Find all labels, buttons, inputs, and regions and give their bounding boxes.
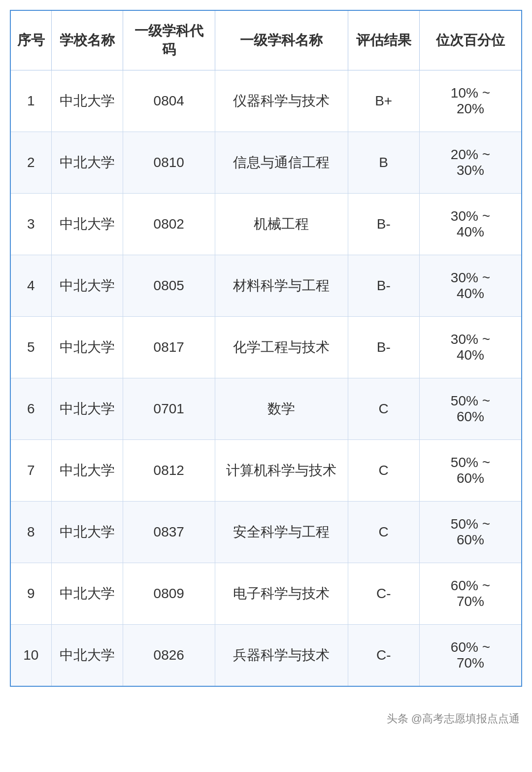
cell-school: 中北大学 (51, 132, 123, 194)
cell-result: C (348, 440, 419, 502)
header-seq: 序号 (10, 10, 51, 70)
cell-school: 中北大学 (51, 255, 123, 317)
cell-seq: 2 (10, 132, 51, 194)
header-subject: 一级学科名称 (215, 10, 348, 70)
cell-school: 中北大学 (51, 502, 123, 563)
cell-seq: 10 (10, 625, 51, 687)
cell-result: C (348, 378, 419, 440)
cell-result: C- (348, 563, 419, 625)
table-row: 9中北大学0809电子科学与技术C-60% ~ 70% (10, 563, 522, 625)
cell-subject: 兵器科学与技术 (215, 625, 348, 687)
cell-school: 中北大学 (51, 70, 123, 132)
cell-code: 0804 (123, 70, 215, 132)
cell-school: 中北大学 (51, 378, 123, 440)
header-code: 一级学科代码 (123, 10, 215, 70)
cell-result: B- (348, 194, 419, 255)
table-row: 10中北大学0826兵器科学与技术C-60% ~ 70% (10, 625, 522, 687)
cell-subject: 机械工程 (215, 194, 348, 255)
cell-rank: 30% ~ 40% (419, 194, 522, 255)
header-result: 评估结果 (348, 10, 419, 70)
cell-rank: 30% ~ 40% (419, 255, 522, 317)
cell-rank: 20% ~ 30% (419, 132, 522, 194)
cell-rank: 10% ~ 20% (419, 70, 522, 132)
cell-result: C- (348, 625, 419, 687)
cell-subject: 信息与通信工程 (215, 132, 348, 194)
cell-seq: 4 (10, 255, 51, 317)
cell-code: 0805 (123, 255, 215, 317)
cell-code: 0809 (123, 563, 215, 625)
table-row: 4中北大学0805材料科学与工程B-30% ~ 40% (10, 255, 522, 317)
table-row: 3中北大学0802机械工程B-30% ~ 40% (10, 194, 522, 255)
watermark: 头条 @高考志愿填报点点通 (0, 706, 532, 731)
cell-rank: 50% ~ 60% (419, 378, 522, 440)
table-container: 序号 学校名称 一级学科代码 一级学科名称 评估结果 位次百分位 1中北大学08… (0, 0, 532, 706)
cell-rank: 60% ~ 70% (419, 563, 522, 625)
cell-code: 0826 (123, 625, 215, 687)
data-table: 序号 学校名称 一级学科代码 一级学科名称 评估结果 位次百分位 1中北大学08… (10, 10, 522, 687)
cell-rank: 50% ~ 60% (419, 502, 522, 563)
cell-seq: 6 (10, 378, 51, 440)
table-header-row: 序号 学校名称 一级学科代码 一级学科名称 评估结果 位次百分位 (10, 10, 522, 70)
cell-result: B- (348, 255, 419, 317)
cell-subject: 仪器科学与技术 (215, 70, 348, 132)
table-row: 5中北大学0817化学工程与技术B-30% ~ 40% (10, 317, 522, 378)
cell-subject: 计算机科学与技术 (215, 440, 348, 502)
cell-school: 中北大学 (51, 317, 123, 378)
cell-seq: 1 (10, 70, 51, 132)
cell-rank: 60% ~ 70% (419, 625, 522, 687)
table-row: 1中北大学0804仪器科学与技术B+10% ~ 20% (10, 70, 522, 132)
cell-subject: 电子科学与技术 (215, 563, 348, 625)
cell-code: 0817 (123, 317, 215, 378)
cell-school: 中北大学 (51, 625, 123, 687)
table-row: 8中北大学0837安全科学与工程C50% ~ 60% (10, 502, 522, 563)
header-school: 学校名称 (51, 10, 123, 70)
cell-seq: 9 (10, 563, 51, 625)
cell-code: 0812 (123, 440, 215, 502)
table-row: 7中北大学0812计算机科学与技术C50% ~ 60% (10, 440, 522, 502)
cell-subject: 化学工程与技术 (215, 317, 348, 378)
cell-result: B (348, 132, 419, 194)
header-rank: 位次百分位 (419, 10, 522, 70)
cell-rank: 50% ~ 60% (419, 440, 522, 502)
cell-subject: 数学 (215, 378, 348, 440)
cell-result: B+ (348, 70, 419, 132)
cell-code: 0810 (123, 132, 215, 194)
cell-code: 0701 (123, 378, 215, 440)
cell-code: 0802 (123, 194, 215, 255)
cell-seq: 8 (10, 502, 51, 563)
cell-seq: 7 (10, 440, 51, 502)
cell-school: 中北大学 (51, 440, 123, 502)
cell-school: 中北大学 (51, 194, 123, 255)
cell-seq: 5 (10, 317, 51, 378)
cell-subject: 材料科学与工程 (215, 255, 348, 317)
cell-code: 0837 (123, 502, 215, 563)
cell-subject: 安全科学与工程 (215, 502, 348, 563)
cell-rank: 30% ~ 40% (419, 317, 522, 378)
table-row: 6中北大学0701数学C50% ~ 60% (10, 378, 522, 440)
cell-seq: 3 (10, 194, 51, 255)
cell-school: 中北大学 (51, 563, 123, 625)
cell-result: C (348, 502, 419, 563)
table-row: 2中北大学0810信息与通信工程B20% ~ 30% (10, 132, 522, 194)
cell-result: B- (348, 317, 419, 378)
